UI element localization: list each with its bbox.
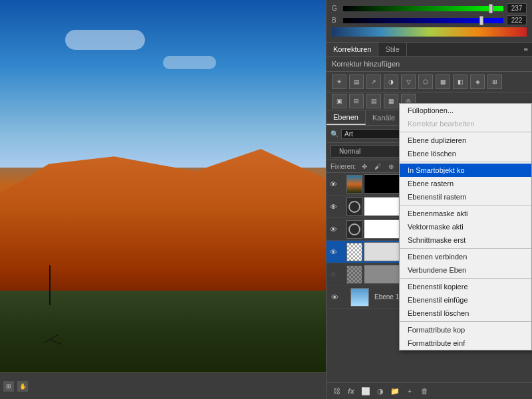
korrekturen-header: Korrektur hinzufügen <box>327 57 532 72</box>
context-menu-verbundene[interactable]: Verbundene Eben <box>400 263 531 277</box>
context-menu-korrektur: Korrektur bearbeiten <box>400 117 531 130</box>
chain-icon[interactable]: ⛓ <box>331 385 342 397</box>
korrektur-header-text: Korrektur hinzufügen <box>332 60 400 68</box>
add-layer-icon[interactable]: + <box>404 385 416 397</box>
b-slider-track[interactable] <box>343 18 503 23</box>
b-slider-thumb[interactable] <box>479 16 483 25</box>
context-menu-schnittmaske[interactable]: Schnittmaske erst <box>400 233 531 247</box>
b-color-row: B 222 <box>332 15 527 25</box>
context-menu-stileinfuegen[interactable]: Ebenenstil einfüge <box>400 293 531 307</box>
adj-invert[interactable]: ▣ <box>332 94 346 108</box>
adj-curves[interactable]: ↗ <box>366 74 381 89</box>
separator-1 <box>400 132 531 132</box>
g-slider-thumb[interactable] <box>489 4 493 13</box>
canvas-area: ⊞ ✋ <box>0 0 326 399</box>
separator-6 <box>400 321 531 322</box>
layer-thumbnail <box>350 288 369 307</box>
g-slider-track[interactable] <box>343 6 503 11</box>
context-menu-filloptionen[interactable]: Fülloptionen... <box>400 104 531 117</box>
fix-move-icon[interactable]: ⊕ <box>386 162 396 171</box>
layer-visibility-eye[interactable]: 👁 <box>329 269 338 280</box>
hand-icon[interactable]: ✋ <box>17 381 28 392</box>
layer-visibility-eye[interactable]: 👁 <box>329 247 338 257</box>
panel-menu-button[interactable]: ≡ <box>520 43 532 56</box>
cloud-1 <box>65 30 145 50</box>
context-menu-verbinden[interactable]: Ebenen verbinden <box>400 250 531 263</box>
layer-link-icon <box>339 180 346 189</box>
layer-thumbnail <box>346 265 362 284</box>
kanaele-tab[interactable]: Kanäle <box>366 111 402 124</box>
adj-bw[interactable]: ◧ <box>453 74 467 89</box>
adjustments-icons-row1: ☀ ▤ ↗ ◑ ▽ ⬡ ▩ ◧ ◈ ⊞ <box>327 72 532 92</box>
mask-icon[interactable]: ⬜ <box>360 385 372 397</box>
layer-link-icon <box>341 293 350 302</box>
zoom-icon[interactable]: ⊞ <box>3 381 14 392</box>
sky <box>0 0 326 168</box>
ebenen-tab[interactable]: Ebenen <box>327 110 366 125</box>
context-menu-stilkopieren[interactable]: Ebenenstil kopiere <box>400 280 531 293</box>
context-menu: Fülloptionen... Korrektur bearbeiten Ebe… <box>399 103 532 350</box>
layer-thumbnail <box>346 175 362 194</box>
separator-3 <box>400 205 531 205</box>
canvas-bottom-bar: ⊞ ✋ <box>0 372 326 399</box>
b-value-input[interactable]: 222 <box>507 15 527 25</box>
adj-hue[interactable]: ⬡ <box>418 74 433 89</box>
context-menu-loeschen[interactable]: Ebene löschen <box>400 147 531 160</box>
context-menu-smartobjekt[interactable]: In Smartobjekt ko <box>400 164 531 177</box>
fix-brush-icon[interactable]: 🖌 <box>373 162 382 171</box>
fixieren-label: Fixieren: <box>331 163 356 170</box>
layer-visibility-eye[interactable]: 👁 <box>329 179 338 190</box>
adj-brightness[interactable]: ☀ <box>332 74 346 89</box>
layer-link-icon <box>339 225 346 234</box>
layer-bottom-toolbar: ⛓ fx ⬜ ◑ 📁 + 🗑 <box>327 382 532 399</box>
fix-position-icon[interactable]: ✥ <box>360 162 369 171</box>
adj-threshold[interactable]: ▤ <box>366 94 381 108</box>
adj-photo[interactable]: ◈ <box>470 74 485 89</box>
fx-icon[interactable]: fx <box>345 385 357 397</box>
adj-gradient-map[interactable]: ▦ <box>384 94 398 108</box>
context-menu-formeinfuegen[interactable]: Formattribute einf <box>400 336 531 350</box>
layer-visibility-eye[interactable]: 👁 <box>329 292 340 303</box>
layer-thumbnail <box>346 243 362 261</box>
adj-poster[interactable]: ⊟ <box>349 94 364 108</box>
g-value-input[interactable]: 237 <box>507 3 527 13</box>
adj-exposure[interactable]: ◑ <box>384 74 398 89</box>
stile-tab[interactable]: Stile <box>378 43 406 56</box>
g-color-row: G 237 <box>332 3 527 13</box>
b-label: B <box>332 17 340 24</box>
layer-link-icon <box>339 270 346 279</box>
delete-layer-icon[interactable]: 🗑 <box>418 385 430 397</box>
tree-trunk <box>49 265 51 305</box>
separator-4 <box>400 248 531 249</box>
korrekturen-tab[interactable]: Korrekturen <box>327 43 378 56</box>
context-menu-stilrastern[interactable]: Ebenenstil rastern <box>400 190 531 203</box>
color-section: G 237 B 222 <box>327 0 532 43</box>
search-icon: 🔍 <box>331 130 338 138</box>
color-gradient-bar <box>332 27 527 37</box>
context-menu-stilloeschen[interactable]: Ebenenstil löschen <box>400 307 531 320</box>
context-menu-formkopieren[interactable]: Formattribute kop <box>400 323 531 336</box>
separator-5 <box>400 278 531 279</box>
layer-link-icon <box>339 247 346 257</box>
separator-2 <box>400 162 531 162</box>
context-menu-maskeakti[interactable]: Ebenenmaske akti <box>400 207 531 220</box>
adjustment-layer-icon[interactable]: ◑ <box>374 385 386 397</box>
context-menu-vektormaske[interactable]: Vektormaske akti <box>400 220 531 233</box>
layer-visibility-eye[interactable]: 👁 <box>329 201 338 212</box>
folder-icon[interactable]: 📁 <box>389 385 401 397</box>
korrekturen-tabs: Korrekturen Stile ≡ <box>327 43 532 57</box>
layer-search-input[interactable] <box>344 130 371 138</box>
adj-mix[interactable]: ⊞ <box>487 74 502 89</box>
layer-thumbnail <box>346 198 362 216</box>
adj-colorbal[interactable]: ▩ <box>436 74 450 89</box>
layer-thumbnail <box>346 220 362 239</box>
context-menu-rastern[interactable]: Ebene rastern <box>400 177 531 190</box>
cloud-2 <box>163 56 216 69</box>
g-label: G <box>332 5 340 12</box>
layer-link-icon <box>339 202 346 211</box>
layer-visibility-eye[interactable]: 👁 <box>329 224 338 235</box>
adj-levels[interactable]: ▤ <box>349 74 364 89</box>
adj-vibrance[interactable]: ▽ <box>401 74 416 89</box>
canvas-image <box>0 0 326 372</box>
context-menu-duplizieren[interactable]: Ebene duplizieren <box>400 134 531 147</box>
